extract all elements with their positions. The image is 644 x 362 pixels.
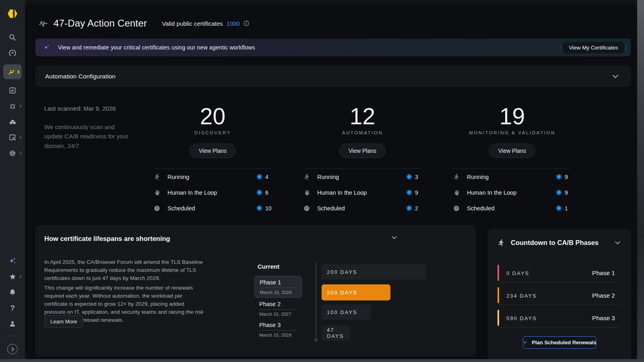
pulse-icon (38, 19, 48, 29)
window-edge-bottom (0, 359, 644, 362)
stat-count: 20 (154, 102, 272, 128)
scheduled-count: 2 (415, 205, 421, 212)
valid-certificates-count-link[interactable]: 1000 (227, 20, 240, 27)
status-dot (557, 206, 561, 210)
account-person-icon[interactable] (8, 319, 17, 328)
learn-more-button[interactable]: Learn More (44, 315, 83, 328)
scheduled-count: 1 (565, 205, 571, 212)
status-dot (258, 175, 261, 179)
reports-icon[interactable] (8, 86, 17, 95)
certificate-inspector-icon[interactable] (8, 133, 17, 142)
sidebar-divider (6, 336, 19, 336)
main-content: 47-Day Action Center Valid public certif… (25, 3, 637, 359)
human-in-loop-label: Human In the Loop (317, 189, 367, 196)
phase-1-item[interactable]: Phase 1 March 15, 2026 (254, 276, 302, 298)
clock-icon (453, 205, 461, 212)
view-plans-button[interactable]: View Plans (489, 144, 535, 158)
countdown-row-phase-2: 234 DAYS Phase 2 (497, 287, 620, 305)
valid-certificates-label: Valid public certificates (162, 20, 223, 27)
status-dot (557, 191, 561, 194)
hand-icon (154, 189, 162, 196)
phase-2-color-bar (497, 287, 499, 303)
scheduled-row: Scheduled 10 (154, 200, 272, 216)
automation-configuration-title: Automation Configuration (45, 73, 116, 80)
sidebar-item-automation-active[interactable] (3, 64, 22, 79)
human-in-loop-row: Human In the Loop 9 (303, 185, 421, 200)
chevron-down-icon[interactable] (612, 74, 619, 78)
current-label: Current (258, 263, 279, 270)
running-label: Running (467, 174, 489, 180)
ai-sparkles-icon[interactable] (8, 257, 17, 265)
alerts-siren-icon[interactable] (8, 102, 17, 111)
help-icon[interactable]: ? (8, 304, 17, 313)
running-count: 9 (565, 174, 571, 180)
stat-count: 12 (303, 102, 421, 128)
expand-sidebar-icon[interactable] (7, 344, 18, 354)
status-dot (407, 206, 411, 210)
favorites-star-icon[interactable] (8, 272, 17, 281)
view-plans-button[interactable]: View Plans (339, 144, 386, 158)
sparkle-icon (43, 43, 51, 51)
view-my-certificates-button[interactable]: View My Certificates (561, 43, 626, 52)
running-row: Running 3 (303, 169, 421, 185)
runner-icon (154, 173, 162, 180)
phase-3-item[interactable]: Phase 3 March 15, 2029 (259, 322, 307, 337)
notifications-bell-icon[interactable] (8, 288, 17, 297)
status-dot (258, 191, 261, 194)
chevron-down-icon[interactable] (391, 236, 397, 239)
banner-message: View and remediate your critical certifi… (58, 44, 255, 51)
search-icon[interactable] (8, 33, 17, 42)
clock-icon (303, 205, 312, 212)
human-in-loop-count: 9 (415, 189, 421, 196)
countdown-title: Countdown to CA/B Phases (511, 239, 599, 247)
stat-label: DISCOVERY (154, 130, 272, 135)
lifespans-paragraph-1: In April 2025, the CA/Browser Forum will… (44, 258, 205, 282)
scheduled-row: Scheduled 1 (453, 200, 571, 216)
settings-gear-icon[interactable] (8, 149, 17, 158)
running-count: 4 (265, 174, 272, 180)
sidebar: ? (0, 0, 25, 359)
lifespan-bar-200-days-highlighted: 200 DAYS (322, 284, 390, 300)
lifespans-title: How certificate lifespans are shortening (44, 235, 170, 243)
human-in-loop-row: Human In the Loop 6 (154, 185, 272, 200)
stat-label: AUTOMATION (303, 130, 421, 135)
phase-2-item[interactable]: Phase 2 March 15, 2027 (259, 301, 307, 317)
lifespan-bar-100-days: 100 DAYS (322, 304, 371, 320)
automation-configuration-header[interactable]: Automation Configuration (35, 66, 631, 87)
info-icon[interactable] (243, 20, 250, 27)
view-plans-button[interactable]: View Plans (190, 144, 236, 158)
phase-3-color-bar (497, 310, 499, 326)
page-title: 47-Day Action Center (54, 18, 147, 29)
dashboard-target-icon[interactable] (8, 49, 17, 58)
chevron-down-icon[interactable] (615, 241, 621, 245)
scheduled-count: 10 (265, 205, 272, 212)
countdown-card: Countdown to CA/B Phases 0 DAYS Phase 1 … (488, 229, 631, 359)
brand-logo-icon[interactable] (6, 7, 19, 22)
hand-icon (453, 189, 461, 196)
human-in-loop-label: Human In the Loop (167, 189, 217, 196)
running-row: Running 9 (453, 169, 571, 185)
status-dot (407, 191, 411, 194)
human-in-loop-label: Human In the Loop (467, 189, 516, 196)
automation-stats-section: Last scanned: Mar 9, 2026 We continuousl… (44, 102, 621, 216)
plan-scheduled-renewals-button[interactable]: Plan Scheduled Renewals (523, 336, 596, 349)
status-dot (407, 175, 411, 179)
stat-column-monitoring: 19 MONITORING & VALIDATION View Plans Ru… (453, 102, 571, 216)
countdown-row-phase-1: 0 DAYS Phase 1 (497, 264, 620, 282)
stat-column-discovery: 20 DISCOVERY View Plans Running 4 Human … (154, 102, 272, 216)
scan-info: Last scanned: Mar 9, 2026 We continuousl… (44, 102, 141, 216)
lifespan-bar-200-days: 200 DAYS (322, 264, 426, 280)
last-scanned-text: Last scanned: Mar 9, 2026 (44, 105, 141, 112)
stat-label: MONITORING & VALIDATION (453, 130, 571, 135)
running-label: Running (317, 174, 339, 180)
scan-description: We continuously scan and update CA/B rea… (44, 122, 129, 150)
running-row: Running 4 (154, 169, 272, 185)
status-dot (258, 206, 261, 210)
agentic-workflows-banner: View and remediate your critical certifi… (35, 39, 631, 56)
timeline-arrow (316, 262, 316, 341)
human-in-loop-count: 6 (265, 189, 272, 196)
discovery-binoculars-icon[interactable] (8, 117, 17, 126)
hand-icon (303, 189, 312, 196)
stat-column-automation: 12 AUTOMATION View Plans Running 3 Human… (303, 102, 421, 216)
stat-count: 19 (453, 102, 571, 128)
